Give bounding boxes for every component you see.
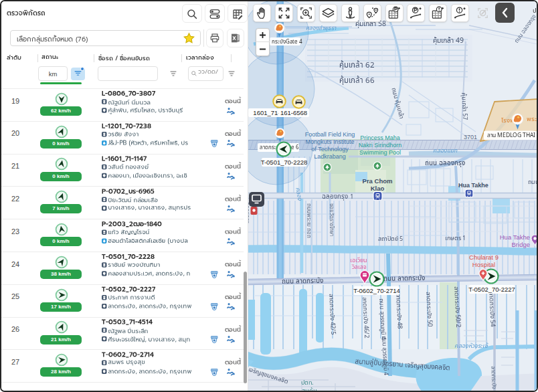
svg-text:Pra Chom: Pra Chom [363,177,393,185]
svg-text:Chularat 9: Chularat 9 [469,254,499,261]
svg-text:Hua Takhe: Hua Takhe [458,182,488,189]
svg-text:Bridge: Bridge [512,241,530,248]
svg-text:Ladkrabang: Ladkrabang [314,153,346,160]
svg-text:Klao: Klao [371,185,385,192]
svg-text:T-0501_70-2228: T-0501_70-2228 [261,159,308,166]
svg-text:Football Field King: Football Field King [305,131,355,138]
svg-text:Mongkuts Institute: Mongkuts Institute [305,138,354,145]
svg-text:Hua Takhe: Hua Takhe [500,233,530,241]
svg-text:of Technology: of Technology [311,146,349,153]
svg-text:T-0602_70-2714: T-0602_70-2714 [353,287,400,294]
svg-text:Swimming Pool: Swimming Pool [359,149,401,156]
svg-text:3701: 3701 [464,134,477,140]
svg-text:T-0502_70-2227: T-0502_70-2227 [468,286,515,293]
svg-text:161-6568: 161-6568 [280,109,307,116]
svg-text:Nakri Sirindhorn: Nakri Sirindhorn [359,142,402,149]
svg-text:Hospital: Hospital [472,261,495,268]
svg-text:Princess Maha: Princess Maha [360,134,400,141]
